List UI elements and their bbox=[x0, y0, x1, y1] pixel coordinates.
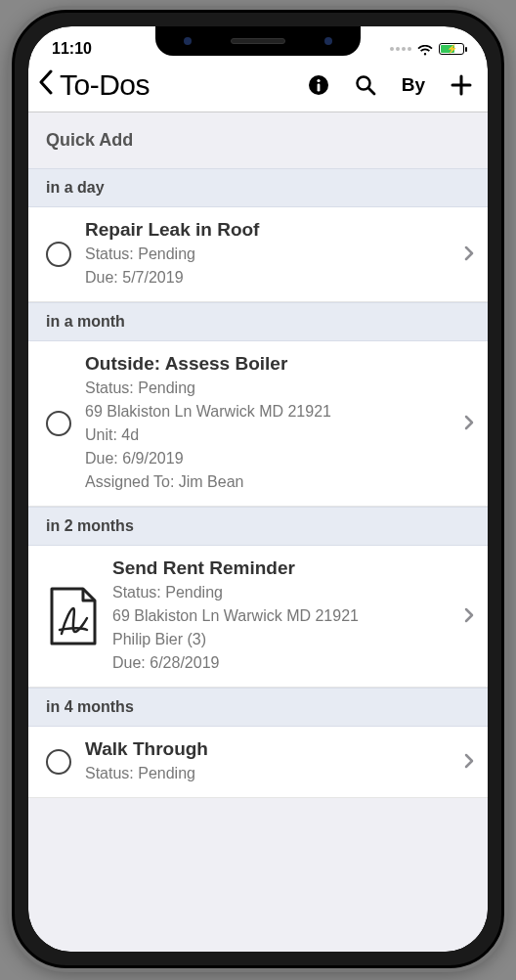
todo-subline: Philip Bier (3) bbox=[112, 628, 447, 651]
chevron-right-icon bbox=[460, 605, 474, 628]
content[interactable]: Quick Add in a dayRepair Leak in RoofSta… bbox=[28, 112, 488, 952]
todo-subline: Assigned To: Jim Bean bbox=[85, 470, 447, 494]
todo-subline: Due: 6/28/2019 bbox=[112, 651, 447, 675]
complete-circle[interactable] bbox=[46, 242, 71, 267]
pdf-icon bbox=[46, 585, 99, 647]
todo-title: Send Rent Reminder bbox=[112, 557, 447, 579]
todo-title: Walk Through bbox=[85, 738, 447, 760]
nav-bar: To-Dos By bbox=[28, 62, 488, 112]
status-time: 11:10 bbox=[52, 40, 92, 58]
todo-body: Walk ThroughStatus: Pending bbox=[85, 738, 447, 785]
back-button[interactable] bbox=[38, 69, 56, 100]
cellular-dots-icon bbox=[390, 47, 411, 51]
complete-circle[interactable] bbox=[46, 749, 71, 775]
todo-subline: Unit: 4d bbox=[85, 423, 447, 447]
section-header: in a day bbox=[28, 168, 488, 207]
sort-by-button[interactable]: By bbox=[402, 74, 425, 96]
todo-row[interactable]: Send Rent ReminderStatus: Pending69 Blak… bbox=[28, 546, 488, 688]
todo-subline: Status: Pending bbox=[85, 377, 447, 400]
page-title: To-Dos bbox=[60, 68, 304, 102]
quick-add-label: Quick Add bbox=[46, 130, 133, 150]
todo-subline: 69 Blakiston Ln Warwick MD 21921 bbox=[112, 604, 447, 628]
todo-subline: Due: 5/7/2019 bbox=[85, 266, 447, 290]
svg-point-1 bbox=[317, 78, 320, 81]
section-header: in a month bbox=[28, 302, 488, 341]
complete-circle[interactable] bbox=[46, 411, 71, 436]
todo-body: Repair Leak in RoofStatus: PendingDue: 5… bbox=[85, 219, 447, 290]
chevron-right-icon bbox=[460, 244, 474, 266]
quick-add-row[interactable]: Quick Add bbox=[28, 112, 488, 168]
battery-icon: ⚡ bbox=[439, 43, 464, 55]
todo-title: Outside: Assess Boiler bbox=[85, 353, 447, 375]
todo-body: Outside: Assess BoilerStatus: Pending69 … bbox=[85, 353, 447, 494]
todo-subline: Status: Pending bbox=[85, 243, 447, 266]
add-button[interactable] bbox=[451, 74, 472, 96]
todo-subline: Status: Pending bbox=[112, 581, 447, 604]
svg-rect-2 bbox=[317, 83, 320, 91]
phone-bezel: 11:10 ⚡ To-Dos bbox=[28, 26, 488, 952]
screen: 11:10 ⚡ To-Dos bbox=[28, 26, 488, 952]
info-icon[interactable] bbox=[308, 74, 329, 96]
todo-title: Repair Leak in Roof bbox=[85, 219, 447, 241]
wifi-icon bbox=[417, 43, 433, 55]
status-right: ⚡ bbox=[390, 43, 464, 55]
todo-subline: 69 Blakiston Ln Warwick MD 21921 bbox=[85, 400, 447, 423]
svg-line-4 bbox=[368, 88, 374, 94]
notch bbox=[155, 26, 361, 56]
todo-body: Send Rent ReminderStatus: Pending69 Blak… bbox=[112, 557, 447, 675]
todo-row[interactable]: Outside: Assess BoilerStatus: Pending69 … bbox=[28, 341, 488, 507]
search-icon[interactable] bbox=[355, 74, 376, 96]
todo-subline: Status: Pending bbox=[85, 762, 447, 785]
section-header: in 4 months bbox=[28, 688, 488, 727]
phone-frame: 11:10 ⚡ To-Dos bbox=[12, 10, 504, 968]
chevron-right-icon bbox=[460, 751, 474, 774]
todo-subline: Due: 6/9/2019 bbox=[85, 447, 447, 470]
chevron-right-icon bbox=[460, 413, 474, 435]
section-header: in 2 months bbox=[28, 507, 488, 546]
todo-row[interactable]: Repair Leak in RoofStatus: PendingDue: 5… bbox=[28, 207, 488, 302]
todo-row[interactable]: Walk ThroughStatus: Pending bbox=[28, 727, 488, 798]
